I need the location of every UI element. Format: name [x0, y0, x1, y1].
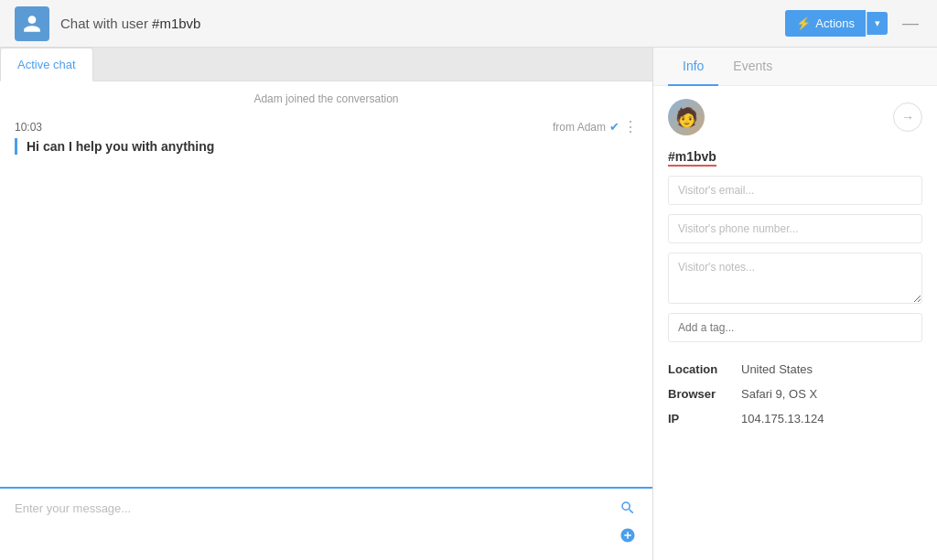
info-tabs: Info Events [653, 48, 937, 86]
browser-label: Browser [668, 387, 741, 401]
arrow-right-icon: → [901, 110, 914, 124]
chevron-down-icon: ▾ [875, 17, 880, 28]
header-title: Chat with user #m1bvb [60, 16, 200, 31]
message-time: 10:03 [15, 121, 42, 134]
search-button[interactable] [618, 498, 638, 518]
ip-value: 104.175.13.124 [741, 412, 824, 425]
visitor-id: #m1bvb [668, 149, 716, 167]
more-options-icon[interactable]: ⋮ [623, 118, 638, 135]
message-input[interactable] [15, 498, 610, 543]
tab-info[interactable]: Info [668, 48, 718, 86]
info-panel: Info Events 🧑 → #m1bvb [653, 48, 937, 560]
minimize-button[interactable]: — [899, 10, 922, 37]
system-message: Adam joined the conversation [15, 92, 638, 105]
header-avatar [15, 6, 49, 41]
detail-row-location: Location United States [668, 357, 922, 382]
tag-input[interactable] [668, 313, 922, 342]
chat-input-actions [618, 498, 638, 545]
visitor-phone-input[interactable] [668, 214, 922, 243]
plus-icon [619, 527, 636, 544]
location-value: United States [741, 362, 813, 376]
attach-button[interactable] [618, 525, 638, 545]
location-label: Location [668, 362, 741, 376]
visitor-header: 🧑 → [668, 99, 922, 135]
main-content: Active chat Adam joined the conversation… [0, 48, 937, 560]
bolt-icon: ⚡ [796, 16, 811, 30]
actions-dropdown-button[interactable]: ▾ [867, 12, 888, 35]
message-group: 10:03 from Adam ✔ ⋮ Hi can I help you wi… [15, 118, 638, 155]
visitor-notes-input[interactable] [668, 253, 922, 304]
message-from: from Adam ✔ ⋮ [553, 118, 638, 135]
user-icon [22, 14, 42, 34]
visitor-email-input[interactable] [668, 176, 922, 205]
visitor-id-container: #m1bvb [668, 148, 922, 167]
browser-value: Safari 9, OS X [741, 387, 817, 401]
visitor-details: Location United States Browser Safari 9,… [668, 357, 922, 431]
chat-messages: Adam joined the conversation 10:03 from … [0, 81, 652, 487]
message-meta: 10:03 from Adam ✔ ⋮ [15, 118, 638, 135]
actions-button[interactable]: ⚡ Actions [785, 10, 866, 37]
tab-active-chat[interactable]: Active chat [0, 48, 93, 81]
message-text: Hi can I help you with anything [27, 139, 214, 154]
actions-button-group: ⚡ Actions ▾ [785, 10, 888, 37]
ip-label: IP [668, 412, 741, 425]
header: Chat with user #m1bvb ⚡ Actions ▾ — [0, 0, 937, 48]
message-bubble: Hi can I help you with anything [15, 138, 638, 155]
chat-panel: Active chat Adam joined the conversation… [0, 48, 653, 560]
detail-row-browser: Browser Safari 9, OS X [668, 382, 922, 406]
chat-tabs: Active chat [0, 48, 652, 81]
info-body: 🧑 → #m1bvb Location U [653, 86, 937, 444]
chat-input-area [0, 487, 652, 560]
tab-events[interactable]: Events [718, 48, 787, 86]
detail-row-ip: IP 104.175.13.124 [668, 406, 922, 431]
search-icon [619, 500, 636, 516]
visitor-detail-button[interactable]: → [893, 102, 922, 132]
visitor-avatar: 🧑 [668, 99, 705, 135]
check-icon: ✔ [609, 120, 619, 134]
